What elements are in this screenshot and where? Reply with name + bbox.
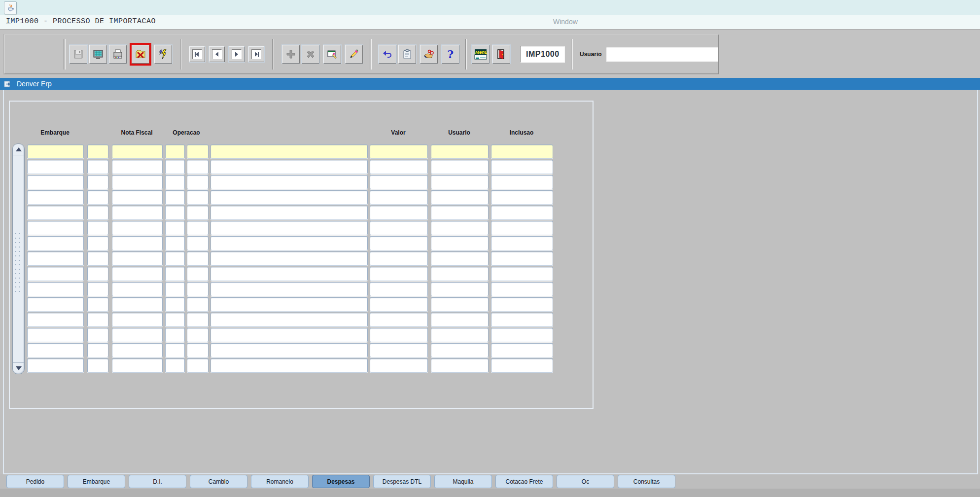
grid-cell[interactable]: [210, 358, 368, 373]
grid-cell[interactable]: [187, 206, 209, 220]
grid-cell[interactable]: [431, 358, 489, 373]
grid-cell[interactable]: [165, 358, 185, 373]
grid-cell[interactable]: [491, 328, 553, 342]
grid-cell[interactable]: [87, 236, 108, 250]
grid-cell[interactable]: [112, 190, 163, 205]
grid-cell[interactable]: [370, 251, 428, 266]
grid-cell[interactable]: [210, 144, 368, 159]
previous-record-button[interactable]: [209, 46, 225, 62]
grid-cell[interactable]: [431, 221, 489, 235]
tab-d-i[interactable]: D.I.: [129, 475, 186, 488]
grid-cell[interactable]: [27, 358, 84, 373]
grid-cell[interactable]: [187, 221, 209, 235]
help-button[interactable]: ?: [442, 45, 459, 64]
grid-cell[interactable]: [210, 282, 368, 296]
usuario-input[interactable]: [606, 47, 718, 62]
grid-cell[interactable]: [431, 144, 489, 159]
grid-cell[interactable]: [370, 206, 428, 220]
grid-cell[interactable]: [187, 267, 209, 281]
grid-cell[interactable]: [210, 343, 368, 357]
grid-cell[interactable]: [87, 267, 108, 281]
grid-cell[interactable]: [27, 267, 84, 281]
grid-cell[interactable]: [87, 160, 108, 174]
grid-cell[interactable]: [27, 343, 84, 357]
grid-cell[interactable]: [431, 175, 489, 189]
grid-cell[interactable]: [491, 297, 553, 312]
grid-cell[interactable]: [491, 206, 553, 220]
grid-cell[interactable]: [87, 221, 108, 235]
grid-cell[interactable]: [87, 206, 108, 220]
grid-cell[interactable]: [165, 282, 185, 296]
grid-cell[interactable]: [491, 313, 553, 327]
execute-button[interactable]: [154, 45, 172, 64]
grid-cell[interactable]: [27, 160, 84, 174]
grid-cell[interactable]: [370, 190, 428, 205]
grid-cell[interactable]: [112, 221, 163, 235]
grid-cell[interactable]: [165, 313, 185, 327]
grid-cell[interactable]: [491, 190, 553, 205]
grid-cell[interactable]: [27, 297, 84, 312]
java-applet-button[interactable]: [4, 1, 17, 14]
grid-cell[interactable]: [165, 328, 185, 342]
grid-cell[interactable]: [187, 175, 209, 189]
grid-cell[interactable]: [187, 236, 209, 250]
tab-cambio[interactable]: Cambio: [190, 475, 247, 488]
grid-cell[interactable]: [431, 343, 489, 357]
next-record-button[interactable]: [229, 46, 245, 62]
grid-cell[interactable]: [87, 358, 108, 373]
grid-cell[interactable]: [112, 160, 163, 174]
delete-record-button[interactable]: [302, 45, 319, 64]
grid-cell[interactable]: [165, 251, 185, 266]
grid-cell[interactable]: [431, 313, 489, 327]
grid-cell[interactable]: [431, 251, 489, 266]
grid-cell[interactable]: [370, 160, 428, 174]
grid-cell[interactable]: [491, 175, 553, 189]
grid-cell[interactable]: [27, 206, 84, 220]
insert-record-button[interactable]: [282, 45, 300, 64]
grid-cell[interactable]: [112, 267, 163, 281]
cancel-button[interactable]: [132, 45, 149, 64]
grid-cell[interactable]: [210, 190, 368, 205]
grid-cell[interactable]: [112, 206, 163, 220]
window-menu-item[interactable]: Window: [553, 18, 578, 26]
grid-cell[interactable]: [112, 236, 163, 250]
exit-button[interactable]: [492, 45, 510, 64]
grid-cell[interactable]: [491, 160, 553, 174]
grid-cell[interactable]: [210, 236, 368, 250]
tab-cotacao-frete[interactable]: Cotacao Frete: [495, 475, 553, 488]
grid-cell[interactable]: [87, 251, 108, 266]
grid-cell[interactable]: [210, 267, 368, 281]
grid-cell[interactable]: [187, 313, 209, 327]
grid-cell[interactable]: [165, 190, 185, 205]
grid-cell[interactable]: [431, 328, 489, 342]
grid-cell[interactable]: [165, 221, 185, 235]
grid-cell[interactable]: [370, 175, 428, 189]
grid-cell[interactable]: [187, 328, 209, 342]
grid-cell[interactable]: [112, 313, 163, 327]
grid-cell[interactable]: [87, 328, 108, 342]
print-button[interactable]: [109, 45, 127, 64]
grid-cell[interactable]: [370, 313, 428, 327]
grid-cell[interactable]: [27, 282, 84, 296]
grid-cell[interactable]: [210, 297, 368, 312]
grid-cell[interactable]: [87, 175, 108, 189]
grid-cell[interactable]: [87, 297, 108, 312]
grid-scrollbar[interactable]: [12, 143, 25, 374]
grid-cell[interactable]: [370, 343, 428, 357]
grid-cell[interactable]: [27, 251, 84, 266]
grid-cell[interactable]: [491, 221, 553, 235]
grid-cell[interactable]: [210, 175, 368, 189]
tab-romaneio[interactable]: Romaneio: [251, 475, 309, 488]
last-record-button[interactable]: [248, 46, 264, 62]
grid-cell[interactable]: [87, 144, 108, 159]
tab-oc[interactable]: Oc: [557, 475, 614, 488]
grid-cell[interactable]: [87, 313, 108, 327]
grid-cell[interactable]: [210, 328, 368, 342]
grid-cell[interactable]: [112, 343, 163, 357]
grid-cell[interactable]: [210, 313, 368, 327]
grid-cell[interactable]: [112, 251, 163, 266]
grid-cell[interactable]: [210, 206, 368, 220]
tab-consultas[interactable]: Consultas: [618, 475, 675, 488]
grid-cell[interactable]: [112, 358, 163, 373]
grid-cell[interactable]: [187, 251, 209, 266]
